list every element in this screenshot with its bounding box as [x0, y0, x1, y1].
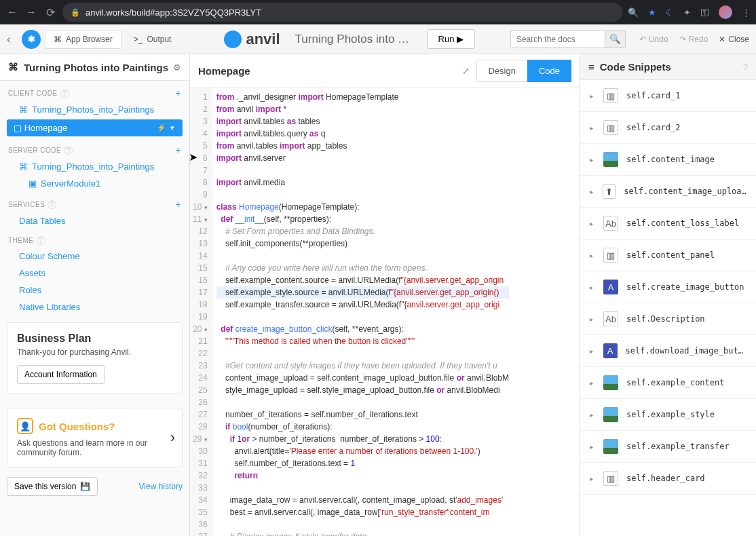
- url-bar[interactable]: 🔒 anvil.works/build#app:3S2VZY5QQ3PR3LYT: [62, 3, 622, 22]
- tree-server-app[interactable]: ⌘ Turning_Photos_into_Paintings: [0, 158, 189, 175]
- save-icon: 💾: [80, 482, 90, 491]
- module-icon: ▣: [29, 178, 37, 189]
- snippet-item[interactable]: ▸▥self.header_card: [580, 463, 756, 495]
- theme-colour-scheme[interactable]: Colour Scheme: [0, 248, 189, 265]
- sidebar-right: ≡ Code Snippets ? ▸▥self.card_1▸▥self.ca…: [580, 54, 756, 536]
- snippet-item[interactable]: ▸⬆self.content_image_upload_bu…: [580, 176, 756, 208]
- snippet-name: self.card_1: [626, 91, 680, 100]
- help-icon[interactable]: ?: [37, 236, 45, 245]
- snippet-item[interactable]: ▸self.example_content: [580, 367, 756, 399]
- component-icon: ▥: [603, 471, 618, 486]
- section-client: CLIENT CODE? +: [0, 81, 189, 101]
- questions-box[interactable]: 👤 Got Questions? Ask questions and learn…: [7, 408, 183, 467]
- component-icon: ▥: [603, 88, 618, 103]
- tab-design[interactable]: Design: [476, 60, 527, 82]
- expand-icon[interactable]: ⤢: [462, 66, 470, 76]
- theme-roles[interactable]: Roles: [0, 282, 189, 299]
- snippet-item[interactable]: ▸Aself.create_image_button: [580, 271, 756, 303]
- save-bar: Save this version💾 View history: [7, 477, 183, 496]
- snippet-name: self.example_transfer: [626, 442, 730, 451]
- tree-client-app[interactable]: ⌘ Turning_Photos_into_Paintings: [0, 101, 189, 118]
- component-icon: ▥: [603, 120, 618, 135]
- help-icon[interactable]: ?: [60, 89, 69, 98]
- save-version-button[interactable]: Save this version💾: [7, 477, 98, 496]
- form-icon: ▢: [14, 123, 22, 133]
- component-icon: Ab: [603, 216, 618, 231]
- snippet-name: self.card_2: [626, 123, 680, 132]
- search-icon[interactable]: 🔍: [628, 7, 639, 18]
- section-services: SERVICES? +: [0, 192, 189, 212]
- bookmark-star-icon[interactable]: ★: [648, 7, 656, 18]
- snippet-item[interactable]: ▸▥self.content_panel: [580, 240, 756, 271]
- view-history-link[interactable]: View history: [139, 482, 183, 491]
- snippet-item[interactable]: ▸Abself.Description: [580, 303, 756, 335]
- url-text: anvil.works/build#app:3S2VZY5QQ3PR3LYT: [86, 7, 261, 18]
- tree-homepage[interactable]: ▢ Homepage ⚡▾: [7, 119, 183, 136]
- help-icon[interactable]: ?: [64, 146, 73, 155]
- chevron-right-icon: ▸: [590, 475, 595, 482]
- chevron-right-icon: ▸: [590, 188, 594, 195]
- service-data-tables[interactable]: Data Tables: [0, 212, 189, 229]
- app-title: Turning Photos into Pai…: [295, 33, 411, 46]
- toolbar-back-icon[interactable]: ‹: [7, 33, 18, 45]
- app-browser-tab[interactable]: ⌘ App Browser: [45, 30, 121, 49]
- crescent-icon[interactable]: ☾: [666, 7, 674, 18]
- snippet-item[interactable]: ▸▥self.card_2: [580, 112, 756, 144]
- component-icon: A: [603, 280, 618, 294]
- redo-button[interactable]: ↷ Redo: [679, 35, 708, 44]
- chevron-right-icon: ›: [170, 429, 175, 446]
- output-tab[interactable]: >_ Output: [126, 31, 180, 48]
- browser-reload-icon[interactable]: ⟳: [43, 6, 57, 19]
- snippet-item[interactable]: ▸self.content_image: [580, 144, 756, 176]
- plan-box: Business Plan Thank-you for purchasing A…: [7, 322, 183, 394]
- snippet-name: self.download_image_button: [626, 346, 747, 356]
- gear-icon[interactable]: ⚙: [173, 62, 181, 73]
- add-server-icon[interactable]: +: [175, 145, 181, 155]
- avatar[interactable]: [719, 5, 732, 19]
- add-client-icon[interactable]: +: [175, 88, 181, 98]
- dropdown-icon[interactable]: ▾: [170, 123, 174, 132]
- search-docs-button[interactable]: 🔍: [605, 31, 626, 48]
- section-theme: THEME?: [0, 229, 189, 248]
- help-icon[interactable]: ?: [743, 62, 748, 72]
- add-service-icon[interactable]: +: [175, 199, 181, 210]
- theme-assets[interactable]: Assets: [0, 265, 189, 282]
- component-icon: ▥: [603, 248, 618, 263]
- terminal-icon: >_: [134, 35, 143, 44]
- chevron-right-icon: ▸: [590, 252, 595, 259]
- snippet-name: self.content_image: [626, 155, 715, 164]
- snippet-name: self.content_panel: [626, 250, 715, 260]
- browser-forward-icon[interactable]: →: [24, 6, 38, 18]
- component-icon: [603, 375, 618, 390]
- key-icon[interactable]: ⚿: [700, 7, 709, 18]
- browser-menu-icon[interactable]: ⋮: [742, 7, 751, 18]
- close-button[interactable]: ✕ Close: [719, 35, 749, 44]
- app-browser-icon: ⌘: [54, 35, 62, 44]
- chevron-right-icon: ▸: [590, 284, 595, 291]
- snippet-item[interactable]: ▸▥self.card_1: [580, 80, 756, 112]
- snippet-name: self.content_image_upload_bu…: [624, 187, 746, 196]
- theme-native-libraries[interactable]: Native Libraries: [0, 299, 189, 315]
- account-info-button[interactable]: Account Information: [17, 365, 105, 384]
- browser-back-icon[interactable]: ←: [5, 6, 19, 18]
- snippet-item[interactable]: ▸Abself.content_loss_label: [580, 208, 756, 240]
- snippet-item[interactable]: ▸self.example_style: [580, 399, 756, 431]
- code-editor[interactable]: 12345678910 ▾11 ▾121314151617181920 ▾212…: [190, 88, 580, 536]
- anvil-brand: anvil: [224, 31, 280, 48]
- play-icon: ▶: [457, 34, 464, 44]
- snippet-name: self.example_content: [626, 378, 725, 387]
- anvil-logo-small[interactable]: ✱: [22, 30, 41, 49]
- bolt-icon[interactable]: ⚡: [157, 123, 166, 132]
- help-icon[interactable]: ?: [48, 200, 56, 209]
- search-docs-input[interactable]: [510, 31, 605, 48]
- component-icon: Ab: [603, 311, 618, 326]
- undo-button[interactable]: ↶ Undo: [639, 35, 668, 44]
- run-button[interactable]: Run ▶: [427, 29, 476, 49]
- tab-code[interactable]: Code: [527, 60, 571, 82]
- snippet-item[interactable]: ▸Aself.download_image_button: [580, 335, 756, 367]
- snippet-item[interactable]: ▸self.example_transfer: [580, 431, 756, 463]
- component-icon: ⬆: [603, 184, 616, 199]
- extensions-icon[interactable]: ✦: [683, 7, 691, 18]
- snippets-icon: ≡: [588, 61, 594, 73]
- tree-server-module[interactable]: ▣ ServerModule1: [0, 175, 189, 192]
